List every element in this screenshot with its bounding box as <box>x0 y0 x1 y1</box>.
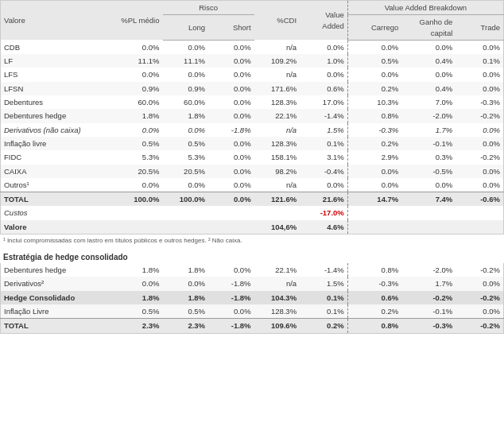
table-row: Inflação livre0.5%0.5%0.0%128.3%0.1%0.2%… <box>1 137 504 150</box>
table-row: Debentures60.0%60.0%0.0%128.3%17.0%10.3%… <box>1 95 504 109</box>
table-row: CAIXA20.5%20.5%0.0%98.2%-0.4%0.0%-0.5%0.… <box>1 165 504 178</box>
hedge-table: Debentures hedge1.8%1.8%0.0%22.1%-1.4%0.… <box>0 263 504 333</box>
risco-group-header: Risco <box>163 1 254 15</box>
col-trade-header: Trade <box>456 15 503 41</box>
table-row: LFS0.0%0.0%0.0%n/a0.0%0.0%0.0%0.0% <box>1 68 504 81</box>
group-header-row: Valore %PL médio Risco %CDI Value Added … <box>1 1 504 15</box>
custos-row: Custos-17.0% <box>1 206 504 219</box>
col-valore-header: Valore <box>1 1 115 41</box>
col-carrego-header: Carrego <box>347 15 401 41</box>
main-table: Valore %PL médio Risco %CDI Value Added … <box>0 0 504 235</box>
hedge-consolidado-row: Hedge Consolidado1.8%1.8%-1.8%104.3%0.1%… <box>1 291 504 304</box>
vab-group-header: Value Added Breakdown <box>347 1 503 15</box>
inflacao-livre-row: Inflação Livre0.5%0.5%0.0%128.3%0.1%0.2%… <box>1 304 504 319</box>
table-row: CDB0.0%0.0%0.0%n/a0.0%0.0%0.0%0.0% <box>1 40 504 54</box>
table-row: LF11.1%11.1%0.0%109.2%1.0%0.5%0.4%0.1% <box>1 54 504 68</box>
table-row: LFSN0.9%0.9%0.0%171.6%0.6%0.2%0.4%0.0% <box>1 82 504 95</box>
table-row: FIDC5.3%5.3%0.0%158.1%3.1%2.9%0.3%-0.2% <box>1 150 504 164</box>
footnote1: ¹ Inclui compromissadas com lastro em tí… <box>0 235 504 246</box>
col-pl-header: %PL médio <box>114 1 162 41</box>
col-va-header: Value Added <box>300 1 347 41</box>
table-row: Debentures hedge1.8%1.8%0.0%22.1%-1.4%0.… <box>1 109 504 122</box>
hedge-table-row: Derivativos²0.0%0.0%-1.8%n/a1.5%-0.3%1.7… <box>1 277 504 290</box>
col-cdi-header: %CDI <box>254 1 300 41</box>
col-ganho-header: Ganho de capital <box>401 15 456 41</box>
hedge-section-title: Estratégia de hedge consolidado <box>0 246 504 263</box>
table-row: Outros¹0.0%0.0%0.0%n/a0.0%0.0%0.0%0.0% <box>1 178 504 192</box>
total-row: TOTAL100.0%100.0%0.0%121.6%21.6%14.7%7.4… <box>1 192 504 207</box>
col-short-header: Short <box>208 15 254 41</box>
col-long-header: Long <box>163 15 209 41</box>
table-row: Derivativos (não caixa)0.0%0.0%-1.8%n/a1… <box>1 123 504 137</box>
hedge-table-row: Debentures hedge1.8%1.8%0.0%22.1%-1.4%0.… <box>1 263 504 277</box>
hedge-total-row: TOTAL2.3%2.3%-1.8%109.6%0.2%0.8%-0.3%-0.… <box>1 319 504 333</box>
valore-main-row: Valore104,6%4.6% <box>1 220 504 235</box>
main-table-body: CDB0.0%0.0%0.0%n/a0.0%0.0%0.0%0.0%LF11.1… <box>1 40 504 234</box>
hedge-table-body: Debentures hedge1.8%1.8%0.0%22.1%-1.4%0.… <box>1 263 504 333</box>
